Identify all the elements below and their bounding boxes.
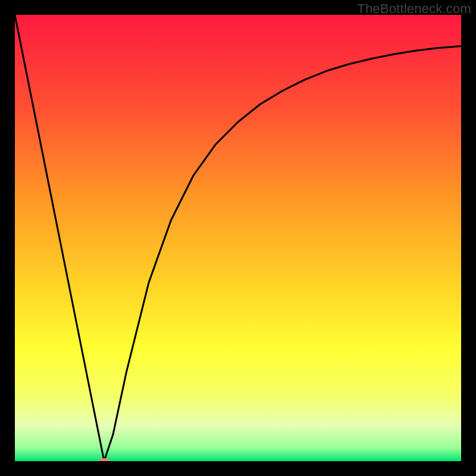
plot-area (15, 15, 461, 461)
watermark-text: TheBottleneck.com (357, 1, 471, 17)
chart-frame: TheBottleneck.com (0, 0, 476, 476)
chart-svg (15, 15, 461, 461)
gradient-background (15, 15, 461, 461)
